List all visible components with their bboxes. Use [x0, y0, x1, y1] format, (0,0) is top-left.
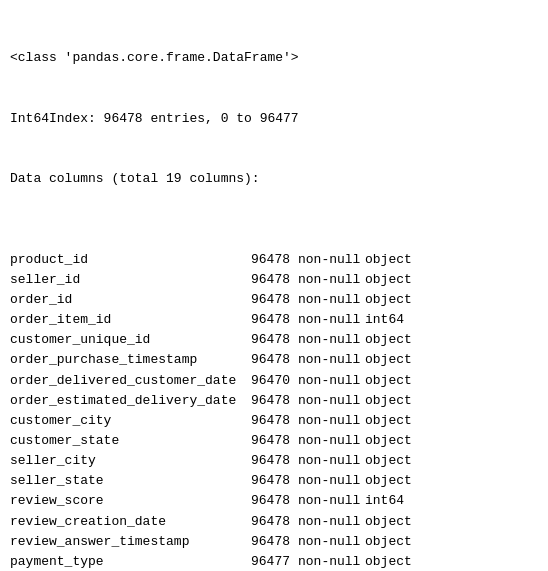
col-dtype: object: [365, 350, 412, 370]
col-count: 96478: [240, 491, 290, 511]
col-name: order_id: [10, 290, 240, 310]
col-count: 96478: [240, 290, 290, 310]
col-name: review_score: [10, 491, 240, 511]
col-count: 96478: [240, 330, 290, 350]
col-count: 96478: [240, 250, 290, 270]
table-row: review_score96478non-nullint64: [10, 491, 538, 511]
col-count: 96478: [240, 411, 290, 431]
col-name: seller_city: [10, 451, 240, 471]
table-row: customer_unique_id96478non-nullobject: [10, 330, 538, 350]
col-null: non-null: [290, 512, 365, 532]
col-name: product_id: [10, 250, 240, 270]
output-container: <class 'pandas.core.frame.DataFrame'> In…: [10, 8, 538, 571]
header-line2: Int64Index: 96478 entries, 0 to 96477: [10, 109, 538, 129]
col-null: non-null: [290, 250, 365, 270]
col-name: seller_id: [10, 270, 240, 290]
table-row: customer_city96478non-nullobject: [10, 411, 538, 431]
col-count: 96478: [240, 270, 290, 290]
col-name: customer_unique_id: [10, 330, 240, 350]
columns-list: product_id96478non-nullobjectseller_id96…: [10, 250, 538, 571]
col-name: order_purchase_timestamp: [10, 350, 240, 370]
col-name: customer_city: [10, 411, 240, 431]
col-name: order_item_id: [10, 310, 240, 330]
header-line1: <class 'pandas.core.frame.DataFrame'>: [10, 48, 538, 68]
col-dtype: object: [365, 451, 412, 471]
col-null: non-null: [290, 371, 365, 391]
table-row: seller_state96478non-nullobject: [10, 471, 538, 491]
col-dtype: object: [365, 512, 412, 532]
col-count: 96478: [240, 391, 290, 411]
col-count: 96478: [240, 451, 290, 471]
col-dtype: object: [365, 411, 412, 431]
col-count: 96478: [240, 431, 290, 451]
col-null: non-null: [290, 552, 365, 571]
table-row: customer_state96478non-nullobject: [10, 431, 538, 451]
col-name: order_delivered_customer_date: [10, 371, 240, 391]
col-count: 96478: [240, 471, 290, 491]
col-name: review_answer_timestamp: [10, 532, 240, 552]
col-null: non-null: [290, 431, 365, 451]
col-null: non-null: [290, 471, 365, 491]
col-name: customer_state: [10, 431, 240, 451]
col-dtype: object: [365, 330, 412, 350]
col-count: 96477: [240, 552, 290, 571]
col-null: non-null: [290, 270, 365, 290]
col-count: 96478: [240, 350, 290, 370]
table-row: order_item_id96478non-nullint64: [10, 310, 538, 330]
col-dtype: object: [365, 270, 412, 290]
col-null: non-null: [290, 391, 365, 411]
col-name: order_estimated_delivery_date: [10, 391, 240, 411]
col-name: seller_state: [10, 471, 240, 491]
col-null: non-null: [290, 330, 365, 350]
col-null: non-null: [290, 451, 365, 471]
table-row: payment_type96477non-nullobject: [10, 552, 538, 571]
col-count: 96470: [240, 371, 290, 391]
col-dtype: int64: [365, 491, 404, 511]
table-row: review_answer_timestamp96478non-nullobje…: [10, 532, 538, 552]
table-row: seller_city96478non-nullobject: [10, 451, 538, 471]
table-row: order_delivered_customer_date96470non-nu…: [10, 371, 538, 391]
col-count: 96478: [240, 532, 290, 552]
col-dtype: int64: [365, 310, 404, 330]
col-dtype: object: [365, 371, 412, 391]
col-dtype: object: [365, 552, 412, 571]
col-dtype: object: [365, 431, 412, 451]
col-null: non-null: [290, 411, 365, 431]
table-row: review_creation_date96478non-nullobject: [10, 512, 538, 532]
table-row: order_estimated_delivery_date96478non-nu…: [10, 391, 538, 411]
table-row: order_purchase_timestamp96478non-nullobj…: [10, 350, 538, 370]
col-dtype: object: [365, 290, 412, 310]
col-null: non-null: [290, 290, 365, 310]
col-name: review_creation_date: [10, 512, 240, 532]
table-row: seller_id96478non-nullobject: [10, 270, 538, 290]
header-line3: Data columns (total 19 columns):: [10, 169, 538, 189]
col-name: payment_type: [10, 552, 240, 571]
col-null: non-null: [290, 491, 365, 511]
col-dtype: object: [365, 391, 412, 411]
col-dtype: object: [365, 250, 412, 270]
table-row: product_id96478non-nullobject: [10, 250, 538, 270]
col-count: 96478: [240, 512, 290, 532]
table-row: order_id96478non-nullobject: [10, 290, 538, 310]
col-dtype: object: [365, 532, 412, 552]
col-null: non-null: [290, 532, 365, 552]
col-null: non-null: [290, 310, 365, 330]
col-count: 96478: [240, 310, 290, 330]
col-dtype: object: [365, 471, 412, 491]
col-null: non-null: [290, 350, 365, 370]
